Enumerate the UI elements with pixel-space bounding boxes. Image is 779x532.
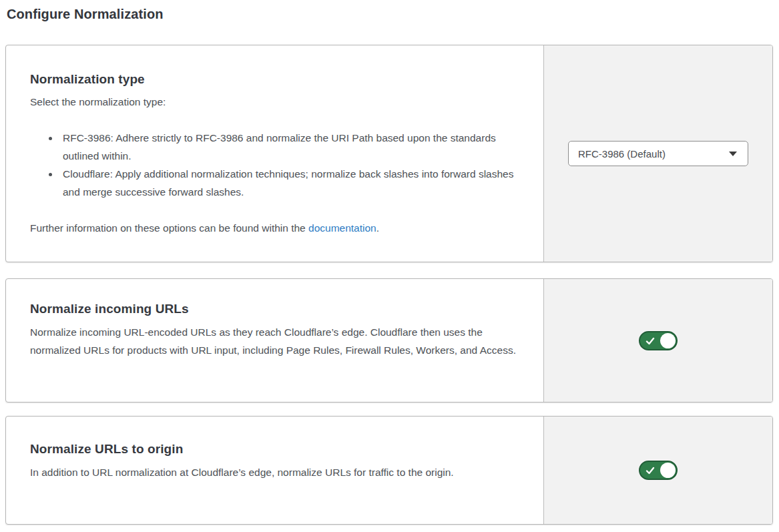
normalization-type-dropdown[interactable]: RFC-3986 (Default) bbox=[568, 141, 748, 166]
footer-prefix: Further information on these options can… bbox=[30, 222, 308, 234]
card-intro: Select the normalization type: bbox=[30, 93, 517, 111]
normalization-options-list: RFC-3986: Adhere strictly to RFC-3986 an… bbox=[30, 129, 517, 201]
card-heading: Normalize incoming URLs bbox=[30, 279, 517, 316]
list-item-rfc-3986: RFC-3986: Adhere strictly to RFC-3986 an… bbox=[59, 129, 517, 165]
card-description: Normalize incoming URL-encoded URLs as t… bbox=[30, 323, 517, 359]
card-normalize-incoming-urls-controls bbox=[543, 279, 772, 402]
card-normalize-urls-to-origin: Normalize URLs to origin In addition to … bbox=[5, 416, 773, 525]
check-icon bbox=[645, 466, 655, 475]
footer-suffix: . bbox=[376, 222, 379, 234]
check-icon bbox=[645, 336, 655, 346]
normalize-incoming-urls-toggle[interactable] bbox=[639, 331, 678, 350]
normalize-urls-to-origin-toggle[interactable] bbox=[639, 461, 678, 480]
dropdown-selected-value: RFC-3986 (Default) bbox=[578, 148, 666, 160]
toggle-knob bbox=[660, 333, 676, 348]
card-normalization-type: Normalization type Select the normalizat… bbox=[5, 45, 773, 262]
card-footer-text: Further information on these options can… bbox=[30, 219, 517, 237]
card-heading: Normalize URLs to origin bbox=[30, 417, 517, 457]
card-normalize-urls-to-origin-controls bbox=[543, 417, 772, 524]
card-normalize-incoming-urls: Normalize incoming URLs Normalize incomi… bbox=[5, 278, 773, 403]
card-normalize-incoming-urls-content: Normalize incoming URLs Normalize incomi… bbox=[6, 279, 543, 402]
card-normalization-type-controls: RFC-3986 (Default) bbox=[543, 45, 772, 262]
chevron-down-icon bbox=[729, 152, 737, 156]
card-heading: Normalization type bbox=[30, 45, 517, 87]
list-item-cloudflare: Cloudflare: Apply additional normalizati… bbox=[59, 165, 517, 201]
card-normalization-type-content: Normalization type Select the normalizat… bbox=[6, 45, 543, 262]
page-title: Configure Normalization bbox=[7, 7, 774, 22]
settings-cards: Normalization type Select the normalizat… bbox=[5, 45, 774, 525]
configure-normalization-page: Configure Normalization Normalization ty… bbox=[0, 0, 779, 532]
toggle-knob bbox=[660, 463, 676, 478]
documentation-link[interactable]: documentation bbox=[308, 222, 376, 234]
card-normalize-urls-to-origin-content: Normalize URLs to origin In addition to … bbox=[6, 417, 543, 524]
card-description: In addition to URL normalization at Clou… bbox=[30, 463, 517, 481]
